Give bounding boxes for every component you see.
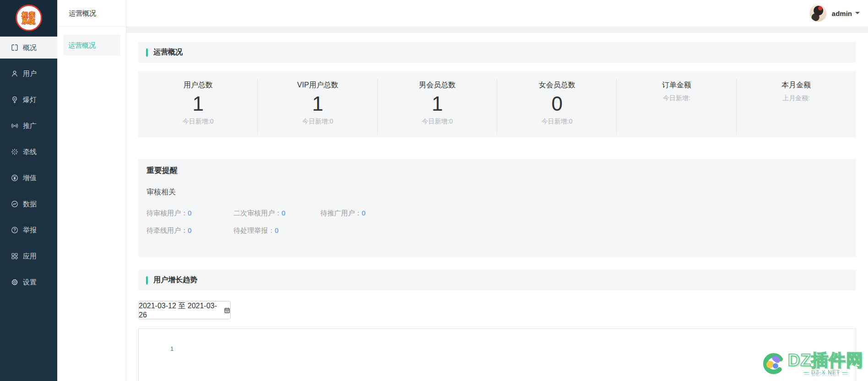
sidebar-item-data[interactable]: 数据 (0, 193, 57, 215)
stat-subtitle: 今日新增:0 (138, 118, 258, 126)
stat-subtitle: 今日新增:0 (497, 118, 617, 126)
app-logo-badge: 相亲 系统 (16, 5, 42, 31)
stat-female-members: 女会员总数 0 今日新增:0 (497, 71, 617, 137)
section-title: 运营概况 (153, 48, 183, 57)
content-column: 运营概况 用户总数 1 今日新增:0 VIP用户总数 1 今日新增:0 男会员总… (126, 42, 868, 381)
chevron-down-icon[interactable] (855, 12, 860, 16)
reminder-label: 待推广用户： (320, 209, 362, 217)
pending-report-tickets: 待处理举报：0 (233, 226, 320, 235)
section-header-growth: 用户增长趋势 (138, 270, 856, 290)
overview-icon (11, 43, 19, 52)
stat-order-amount: 订单金额 今日新增: (617, 71, 736, 137)
main-sidebar: 相亲 系统 概况 用户 爆灯 (0, 0, 57, 381)
username-label[interactable]: admin (832, 10, 852, 17)
stat-title: 本月金额 (737, 80, 856, 90)
sidebar-item-apps[interactable]: 应用 (0, 245, 57, 267)
secondary-sidebar: 运营概况 运营概况 (57, 0, 126, 381)
audit-group-title: 审核相关 (146, 188, 856, 197)
sidebar-item-label: 举报 (23, 226, 37, 235)
stat-title: 女会员总数 (497, 80, 617, 90)
stat-male-members: 男会员总数 1 今日新增:0 (378, 71, 497, 137)
user-avatar[interactable] (809, 5, 827, 22)
stat-total-users: 用户总数 1 今日新增:0 (138, 71, 258, 137)
date-range-value: 2021-03-12 至 2021-03-26 (139, 301, 221, 319)
topbar: admin (126, 0, 868, 27)
calendar-icon (224, 307, 230, 314)
gear-icon (11, 278, 19, 286)
reminders-title: 重要提醒 (146, 165, 856, 176)
stat-subtitle: 今日新增: (617, 94, 736, 102)
accent-bar (146, 276, 148, 284)
sidebar-item-label: 概况 (23, 43, 37, 52)
stat-month-amount: 本月金额 上月金额: (737, 71, 856, 137)
lightbulb-icon (11, 96, 19, 104)
main-content: 运营概况 用户总数 1 今日新增:0 VIP用户总数 1 今日新增:0 男会员总… (126, 27, 868, 381)
logo-line1: 相亲 (22, 11, 36, 18)
sidebar-item-matchmaking[interactable]: 牵线 (0, 141, 57, 163)
sidebar-menu: 概况 用户 爆灯 推广 (0, 37, 57, 293)
pending-audit-users: 待审核用户：0 (146, 209, 233, 218)
reminder-label: 待处理举报： (233, 226, 275, 234)
reminder-label: 待牵线用户： (146, 226, 188, 234)
pending-promotion-users-count[interactable]: 0 (362, 209, 365, 217)
reminder-row: 待牵线用户：0 待处理举报：0 (146, 226, 856, 235)
subnav-item-operations-overview[interactable]: 运营概况 (63, 35, 120, 55)
reminder-label: 待审核用户： (146, 209, 188, 217)
date-range-picker[interactable]: 2021-03-12 至 2021-03-26 (138, 301, 231, 319)
sidebar-item-users[interactable]: 用户 (0, 63, 57, 85)
pending-matchmaking-users: 待牵线用户：0 (146, 226, 233, 235)
pending-matchmaking-users-count[interactable]: 0 (188, 226, 191, 234)
logo-line2: 系统 (22, 18, 36, 24)
stat-subtitle: 今日新增:0 (378, 118, 497, 126)
reminder-label: 二次审核用户： (233, 209, 282, 217)
important-reminders-panel: 重要提醒 审核相关 待审核用户：0 二次审核用户：0 待推广用户：0 待牵线用户… (138, 159, 856, 257)
sidebar-item-value-added[interactable]: 增值 (0, 167, 57, 189)
pending-audit-users-count[interactable]: 0 (188, 209, 191, 217)
stat-title: 订单金额 (617, 80, 736, 90)
stat-title: 男会员总数 (378, 80, 497, 90)
broadcast-icon (11, 122, 19, 130)
stat-value: 0 (497, 91, 617, 116)
accent-bar (146, 48, 148, 57)
stats-row: 用户总数 1 今日新增:0 VIP用户总数 1 今日新增:0 男会员总数 1 今… (138, 71, 856, 137)
reminder-row: 待审核用户：0 二次审核用户：0 待推广用户：0 (146, 209, 856, 218)
sidebar-item-label: 应用 (23, 252, 37, 261)
user-growth-chart: 1 (138, 328, 856, 381)
sidebar-item-reports[interactable]: 举报 (0, 219, 57, 241)
sidebar-item-label: 爆灯 (23, 96, 37, 104)
stat-subtitle: 今日新增:0 (258, 118, 377, 126)
sidebar-item-overview[interactable]: 概况 (0, 37, 57, 59)
stat-value: 1 (258, 91, 377, 116)
question-circle-icon (11, 226, 19, 234)
app-logo: 相亲 系统 (0, 0, 57, 36)
sidebar-item-label: 增值 (23, 174, 37, 182)
page-gap (126, 27, 868, 33)
second-audit-users-count[interactable]: 0 (282, 209, 285, 217)
sidebar-item-promotion[interactable]: 推广 (0, 115, 57, 137)
yuan-circle-icon (11, 174, 19, 182)
pending-report-tickets-count[interactable]: 0 (275, 226, 278, 234)
sidebar-item-settings[interactable]: 设置 (0, 271, 57, 293)
stat-title: VIP用户总数 (258, 80, 377, 90)
second-audit-users: 二次审核用户：0 (233, 209, 320, 218)
sidebar-item-label: 牵线 (23, 148, 37, 156)
chart-y-tick: 1 (170, 345, 174, 352)
spark-icon (11, 148, 19, 156)
sidebar-item-label: 数据 (23, 200, 37, 209)
pending-promotion-users: 待推广用户：0 (320, 209, 407, 218)
subnav-title: 运营概况 (57, 0, 126, 27)
section-header-overview: 运营概况 (138, 42, 856, 63)
stat-title: 用户总数 (138, 80, 258, 90)
trend-circle-icon (11, 200, 19, 208)
appstore-icon (11, 252, 19, 260)
stat-vip-users: VIP用户总数 1 今日新增:0 (258, 71, 377, 137)
stat-value: 1 (138, 91, 258, 116)
user-icon (11, 70, 19, 78)
sidebar-item-label: 用户 (23, 70, 37, 78)
sidebar-item-label: 推广 (23, 122, 37, 130)
stat-value: 1 (378, 91, 497, 116)
sidebar-item-lamp[interactable]: 爆灯 (0, 89, 57, 111)
section-title: 用户增长趋势 (153, 275, 197, 285)
sidebar-item-label: 设置 (23, 278, 37, 287)
stat-subtitle: 上月金额: (737, 94, 856, 102)
